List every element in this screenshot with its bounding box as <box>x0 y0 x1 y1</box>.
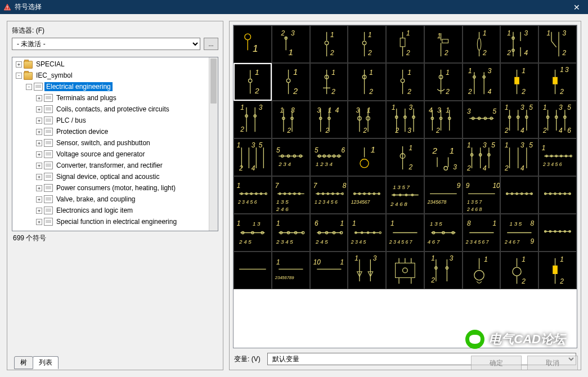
symbol-cell[interactable]: 1323 <box>386 101 424 138</box>
symbol-cell[interactable]: 12 <box>424 63 463 101</box>
symbol-cell[interactable]: 52 3 4 <box>272 138 310 176</box>
symbol-cell[interactable]: 12 <box>310 25 348 63</box>
symbol-cell[interactable]: 1 3 582 4 6 79 <box>500 214 538 252</box>
symbol-cell[interactable]: 12 <box>500 252 538 289</box>
expand-toggle[interactable]: + <box>36 106 42 113</box>
tree-item[interactable]: +SPECIAL <box>12 59 218 70</box>
symbol-grid[interactable]: 1231121212121213241321212121212121324121… <box>234 25 577 289</box>
tree-item[interactable]: +Voltage source and generator <box>12 149 218 160</box>
symbol-cell[interactable]: 1 <box>234 25 272 63</box>
symbol-cell[interactable]: 1 <box>463 252 501 289</box>
tree-item[interactable]: +Coils, contacts, and protective circuit… <box>12 104 218 115</box>
symbol-cell[interactable]: 9101 3 5 72 4 6 8 <box>463 176 501 214</box>
filter-select[interactable]: - 未激活 - <box>12 38 200 50</box>
tree-item[interactable]: +Power consumers (motor, heating, light) <box>12 182 218 194</box>
symbol-cell[interactable]: 12 <box>234 63 272 101</box>
symbol-cell[interactable] <box>386 252 424 289</box>
symbol-cell[interactable]: 213 <box>424 138 463 176</box>
tree-item[interactable]: +Sensor, switch, and pushbutton <box>12 137 218 149</box>
symbol-cell[interactable]: 12 <box>500 63 538 101</box>
symbol-cell[interactable]: 1324 <box>500 25 538 63</box>
symbol-cell[interactable] <box>500 176 538 214</box>
symbol-cell[interactable] <box>538 214 577 252</box>
symbol-cell[interactable]: 1 3 54 6 7 <box>424 214 463 252</box>
expand-toggle[interactable]: + <box>36 185 42 191</box>
symbol-cell[interactable]: 3142 <box>310 101 348 138</box>
tree-item[interactable]: +PLC / bus <box>12 115 218 126</box>
tree-item[interactable]: +Electronics and logic item <box>12 205 218 216</box>
symbol-cell[interactable]: 1324 <box>463 63 501 101</box>
symbol-cell[interactable]: 12 <box>348 63 386 101</box>
symbol-cell[interactable]: 12 3 4 5 6 <box>538 138 577 176</box>
tree-item[interactable]: +Protection device <box>12 126 218 137</box>
symbol-cell[interactable]: 12 <box>424 25 463 63</box>
symbol-cell[interactable]: 12 <box>463 25 501 63</box>
expand-toggle[interactable]: + <box>36 208 42 214</box>
expand-toggle[interactable]: + <box>36 163 42 169</box>
symbol-cell[interactable]: 12 3 4 5 <box>348 214 386 252</box>
symbol-cell[interactable]: 132 <box>424 252 463 289</box>
symbol-cell[interactable]: 4312 <box>424 101 463 138</box>
symbol-cell[interactable]: 231 <box>272 25 310 63</box>
expand-toggle[interactable]: + <box>36 219 42 225</box>
symbol-cell[interactable]: 1 3 5 72 4 6 8 <box>386 176 424 214</box>
symbol-cell[interactable] <box>538 176 577 214</box>
symbol-cell[interactable]: 612 4 5 <box>310 214 348 252</box>
tree-item[interactable]: +Valve, brake, and coupling <box>12 194 218 205</box>
symbol-cell[interactable]: 12 <box>310 63 348 101</box>
symbol-cell[interactable] <box>234 252 272 289</box>
expand-toggle[interactable]: + <box>36 196 42 203</box>
symbol-cell[interactable]: 12 <box>272 63 310 101</box>
tree-item[interactable]: +Terminals and plugs <box>12 92 218 104</box>
symbol-cell[interactable]: 12 3 4 5 6 7 <box>386 214 424 252</box>
symbol-cell[interactable]: 92345678 <box>424 176 463 214</box>
symbol-cell[interactable]: 781 2 3 4 5 6 <box>310 176 348 214</box>
symbol-cell[interactable]: 13524 <box>500 101 538 138</box>
symbol-cell[interactable]: 1234567 <box>348 176 386 214</box>
symbol-cell[interactable]: 12 3 4 5 <box>272 214 310 252</box>
symbol-cell[interactable]: 312 <box>348 101 386 138</box>
expand-toggle[interactable]: + <box>36 118 42 124</box>
tree-item[interactable]: +Special function in electrical engineer… <box>12 216 218 227</box>
cancel-button[interactable]: 取消 <box>527 356 578 370</box>
symbol-cell[interactable]: 132 <box>538 25 577 63</box>
expand-toggle[interactable]: + <box>36 129 42 135</box>
expand-toggle[interactable]: + <box>36 151 42 158</box>
symbol-cell[interactable]: 123456789 <box>272 252 310 289</box>
symbol-cell[interactable]: 12 <box>538 252 577 289</box>
close-button[interactable]: ✕ <box>565 0 588 14</box>
expand-toggle[interactable]: + <box>36 174 42 180</box>
tree-item[interactable]: -Electrical engineering <box>12 81 218 92</box>
expand-toggle[interactable]: - <box>16 73 22 79</box>
symbol-cell[interactable]: 13524 <box>463 138 501 176</box>
filter-more-button[interactable]: ... <box>204 38 218 50</box>
symbol-cell[interactable]: 101 <box>310 252 348 289</box>
ok-button[interactable]: 确定 <box>471 356 522 370</box>
symbol-cell[interactable]: 12 <box>386 138 424 176</box>
symbol-cell[interactable]: 132 <box>234 101 272 138</box>
expand-toggle[interactable]: + <box>36 95 42 101</box>
symbol-cell[interactable]: 35 <box>463 101 501 138</box>
symbol-cell[interactable]: 812 3 4 5 6 7 <box>463 214 501 252</box>
symbol-cell[interactable]: 13524 <box>500 138 538 176</box>
symbol-cell[interactable]: 135246 <box>538 101 577 138</box>
symbol-cell[interactable]: 12 3 4 5 6 <box>234 176 272 214</box>
symbol-cell[interactable]: 11 32 4 5 <box>234 214 272 252</box>
tree-view[interactable]: +SPECIAL-IEC_symbol-Electrical engineeri… <box>12 57 218 231</box>
tree-item[interactable]: +Signal device, optical and acoustic <box>12 171 218 182</box>
symbol-cell[interactable]: 12 <box>386 63 424 101</box>
symbol-cell[interactable]: 1 <box>348 138 386 176</box>
symbol-cell[interactable]: 132 <box>272 101 310 138</box>
tree-item[interactable]: +Converter, transformer, and rectifier <box>12 160 218 171</box>
symbol-cell[interactable]: 71 3 52 4 6 <box>272 176 310 214</box>
expand-toggle[interactable]: - <box>26 84 32 90</box>
symbol-cell[interactable]: 561 2 3 4 <box>310 138 348 176</box>
symbol-cell[interactable]: 13 <box>348 252 386 289</box>
expand-toggle[interactable]: + <box>36 140 42 146</box>
expand-toggle[interactable]: + <box>16 61 22 68</box>
tab-list[interactable]: 列表 <box>33 356 59 369</box>
tree-item[interactable]: -IEC_symbol <box>12 70 218 81</box>
symbol-cell[interactable]: 13524 <box>234 138 272 176</box>
tab-tree[interactable]: 树 <box>14 356 33 369</box>
symbol-cell[interactable]: 132 <box>538 63 577 101</box>
